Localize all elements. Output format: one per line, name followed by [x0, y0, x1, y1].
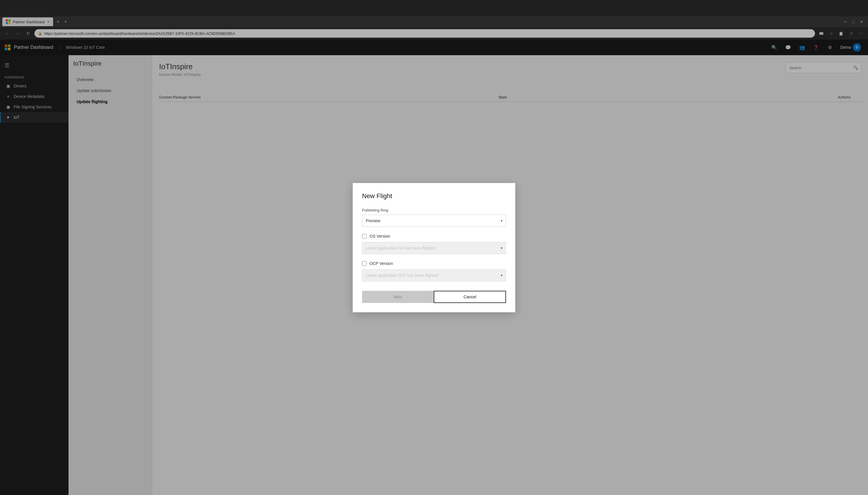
ocp-version-select[interactable]: Latest applicable OCP has been flighted	[362, 269, 506, 281]
os-version-checkbox[interactable]	[362, 234, 367, 239]
dialog-overlay: New Flight Publishing Ring Preview Gener…	[0, 0, 868, 495]
publishing-ring-group: Publishing Ring Preview General Availabi…	[362, 208, 506, 227]
new-flight-dialog: New Flight Publishing Ring Preview Gener…	[353, 183, 515, 312]
os-version-label: OS Version	[370, 234, 390, 239]
dialog-buttons: Next Cancel	[362, 291, 506, 303]
cancel-button[interactable]: Cancel	[434, 291, 506, 303]
ocp-version-group: OCP Version Latest applicable OCP has be…	[362, 261, 506, 281]
ocp-version-select-wrapper: Latest applicable OCP has been flighted …	[362, 269, 506, 281]
os-version-select-wrapper: Latest applicable OS has been flighted ▾	[362, 242, 506, 254]
publishing-ring-select[interactable]: Preview General Availability	[362, 215, 506, 227]
os-version-group: OS Version Latest applicable OS has been…	[362, 234, 506, 254]
publishing-ring-select-wrapper: Preview General Availability ▾	[362, 215, 506, 227]
os-version-checkbox-row: OS Version	[362, 234, 506, 239]
os-version-select[interactable]: Latest applicable OS has been flighted	[362, 242, 506, 254]
next-button[interactable]: Next	[362, 291, 434, 303]
publishing-ring-label: Publishing Ring	[362, 208, 506, 212]
ocp-version-checkbox-row: OCP Version	[362, 261, 506, 266]
ocp-version-label: OCP Version	[370, 261, 393, 266]
ocp-version-checkbox[interactable]	[362, 261, 367, 266]
dialog-title: New Flight	[362, 192, 506, 200]
